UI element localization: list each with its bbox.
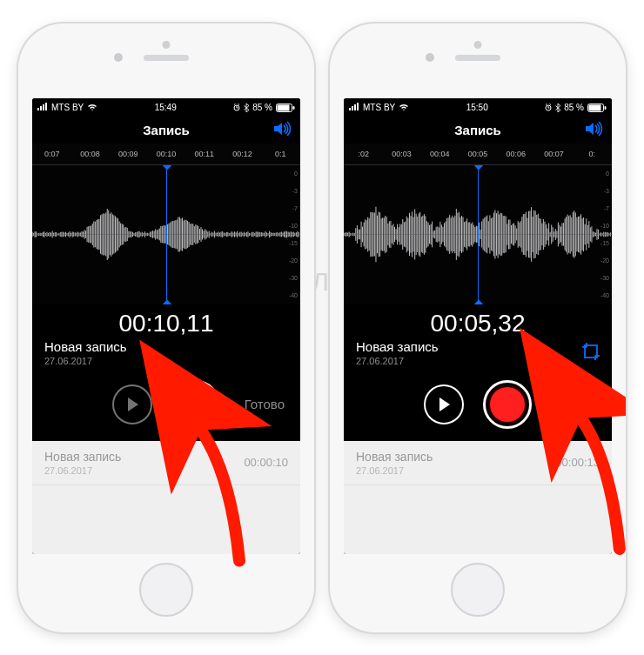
battery-pct: 85 %: [252, 103, 272, 112]
sensor-dot: [474, 41, 482, 49]
timeline-tick: 00:12: [226, 150, 259, 158]
play-button[interactable]: [424, 384, 464, 424]
stop-icon: [187, 396, 205, 413]
status-bar: MTS BY 15:50 85 %: [344, 98, 612, 117]
timeline-ruler[interactable]: 0:0700:0800:0900:1000:1100:120:1: [32, 144, 300, 165]
timeline-tick: 00:04: [423, 150, 456, 158]
speaker-volume-icon[interactable]: [584, 121, 603, 139]
list-item-duration: 00:00:13: [555, 456, 600, 469]
timeline-tick: 0:: [575, 150, 608, 158]
wifi-icon: [399, 104, 409, 111]
play-button: [112, 384, 152, 424]
transport-controls: Готово: [344, 375, 612, 441]
timeline-tick: 00:09: [111, 150, 144, 158]
speaker-volume-icon[interactable]: [272, 121, 292, 139]
timeline-tick: 00:10: [150, 150, 183, 158]
front-camera: [426, 53, 434, 62]
phone-frame: MTS BY 15:49 85 % Запись 0:0700:0800:090…: [18, 23, 314, 632]
home-button[interactable]: [451, 563, 505, 617]
battery-icon: [276, 104, 295, 112]
record-button[interactable]: [483, 380, 532, 429]
nav-bar: Запись: [32, 117, 300, 144]
bluetooth-icon: [244, 104, 249, 112]
list-item-title: Новая запись: [44, 450, 121, 464]
timeline-tick: 00:07: [538, 150, 571, 158]
earpiece-speaker: [455, 55, 500, 61]
page-title: Запись: [143, 123, 190, 137]
svg-line-4: [238, 104, 240, 105]
phone-frame: MTS BY 15:50 85 % Запись :0200:0300:0400…: [330, 23, 626, 632]
alarm-icon: [545, 104, 552, 111]
trim-icon[interactable]: [582, 343, 600, 360]
list-item-duration: 00:00:10: [244, 456, 288, 469]
timeline-ruler[interactable]: :0200:0300:0400:0500:0600:070:: [344, 144, 612, 165]
recording-title: Новая запись: [356, 339, 600, 354]
alarm-icon: [233, 104, 240, 111]
bluetooth-icon: [555, 104, 560, 112]
wifi-icon: [87, 104, 97, 111]
recordings-list[interactable]: Новая запись 27.06.2017 00:00:13: [344, 441, 612, 554]
svg-line-3: [234, 104, 236, 105]
timeline-tick: 00:06: [500, 150, 533, 158]
svg-rect-7: [293, 106, 295, 110]
waveform-area[interactable]: 0-3-7-10-15-20-30-40: [344, 165, 612, 304]
elapsed-timer: 00:05,32: [344, 304, 612, 339]
front-camera: [114, 53, 123, 62]
svg-line-13: [550, 104, 552, 105]
svg-rect-18: [585, 345, 597, 358]
recording-meta: Новая запись 27.06.2017: [344, 339, 612, 375]
svg-rect-6: [278, 104, 290, 110]
battery-pct: 85 %: [564, 103, 584, 112]
db-scale: 0-3-7-10-15-20-30-40: [282, 170, 298, 299]
status-time: 15:49: [155, 103, 177, 112]
record-icon: [490, 387, 525, 422]
status-bar: MTS BY 15:49 85 %: [32, 98, 300, 117]
svg-line-12: [546, 104, 547, 105]
screen: MTS BY 15:50 85 % Запись :0200:0300:0400…: [344, 98, 612, 554]
page-title: Запись: [454, 123, 501, 137]
timeline-tick: 00:05: [461, 150, 494, 158]
list-item-date: 27.06.2017: [44, 465, 121, 476]
carrier-label: MTS BY: [363, 103, 395, 112]
timeline-tick: 0:1: [264, 150, 297, 158]
nav-bar: Запись: [344, 117, 612, 144]
recording-date: 27.06.2017: [356, 356, 600, 366]
list-item-date: 27.06.2017: [356, 465, 433, 476]
signal-bars-icon: [37, 103, 48, 112]
svg-rect-15: [589, 104, 601, 110]
playhead[interactable]: [478, 165, 479, 304]
timeline-tick: 00:08: [74, 150, 107, 158]
list-item[interactable]: Новая запись 27.06.2017 00:00:13: [344, 441, 612, 485]
earpiece-speaker: [144, 55, 189, 61]
elapsed-timer: 00:10,11: [32, 304, 300, 339]
battery-icon: [587, 104, 607, 112]
recording-meta: Новая запись 27.06.2017: [32, 339, 300, 375]
playhead[interactable]: [166, 165, 167, 304]
db-scale: 0-3-7-10-15-20-30-40: [594, 170, 609, 299]
waveform-area[interactable]: 0-3-7-10-15-20-30-40: [32, 165, 300, 304]
recordings-list[interactable]: Новая запись 27.06.2017 00:00:10: [32, 441, 300, 554]
done-button: Готово: [245, 397, 285, 411]
signal-bars-icon: [349, 103, 359, 112]
timeline-tick: 00:11: [188, 150, 221, 158]
list-item[interactable]: Новая запись 27.06.2017 00:00:10: [32, 441, 300, 485]
timeline-tick: 0:07: [36, 150, 69, 158]
list-item-title: Новая запись: [356, 450, 433, 464]
timeline-tick: 00:03: [386, 150, 419, 158]
sensor-dot: [163, 41, 171, 49]
recording-title: Новая запись: [44, 339, 288, 354]
home-button[interactable]: [139, 563, 193, 617]
recording-date: 27.06.2017: [44, 356, 288, 366]
svg-rect-16: [605, 106, 607, 110]
timeline-tick: :02: [347, 150, 380, 158]
status-time: 15:50: [466, 103, 488, 112]
stop-button[interactable]: [171, 380, 220, 429]
transport-controls: Готово: [32, 375, 300, 441]
done-button[interactable]: Готово: [556, 397, 596, 411]
screen: MTS BY 15:49 85 % Запись 0:0700:0800:090…: [32, 98, 300, 554]
carrier-label: MTS BY: [51, 103, 84, 112]
